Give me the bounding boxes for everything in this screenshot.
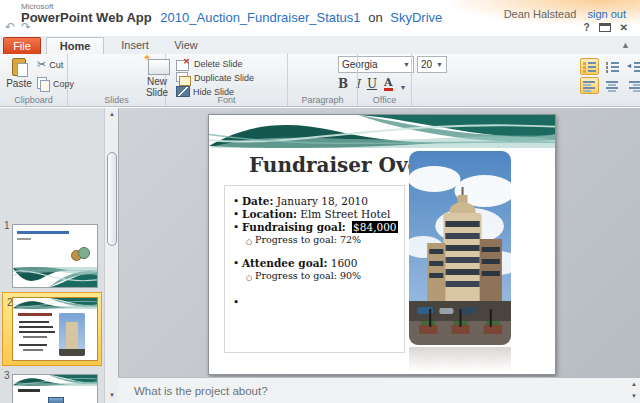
mini-title-bar [18, 313, 52, 316]
cut-button[interactable]: ✂ Cut [37, 59, 63, 70]
tab-view[interactable]: View [164, 37, 208, 54]
slide-thumbnail-3[interactable] [12, 374, 98, 403]
numbering-icon [606, 61, 620, 73]
mini-orgchart-box [48, 397, 64, 403]
collapse-ribbon-icon[interactable]: ▲ [621, 41, 630, 50]
bullet-date-text: January 18, 2010 [277, 195, 368, 207]
font-size-value: 20 [421, 59, 432, 70]
restore-window-icon[interactable] [599, 23, 611, 32]
thumbnail-scrollbar[interactable]: ▲ ▼ [104, 108, 118, 403]
bullets-icon [583, 61, 597, 73]
mini-building-image [59, 313, 85, 356]
tab-home[interactable]: Home [46, 37, 104, 55]
slide-thumbnail-panel: 1 2 3 [0, 108, 104, 403]
align-left-button[interactable] [580, 77, 599, 94]
editor-canvas: Fundraiser Overview Date: January 18, 20… [118, 108, 640, 377]
decrease-indent-button[interactable] [626, 58, 640, 75]
user-name: Dean Halstead [504, 8, 577, 20]
mini-text-bar [23, 349, 43, 351]
building-photo-reflection [409, 347, 511, 373]
font-group: Georgia ▼ 20 ▼ B I U A ▼ Font [166, 54, 288, 106]
mini-text-bar [19, 331, 55, 333]
slides-group-label: Slides [68, 95, 165, 105]
on-label: on [368, 10, 382, 25]
mini-title-bar [18, 389, 40, 392]
tab-insert[interactable]: Insert [110, 37, 160, 54]
thumbnail-number-1: 1 [4, 220, 10, 231]
decrease-indent-icon [628, 61, 640, 73]
paragraph-row-2 [580, 77, 640, 94]
slide-editing-surface[interactable]: Fundraiser Overview Date: January 18, 20… [208, 114, 556, 375]
scrollbar-thumb[interactable] [107, 152, 117, 246]
mini-wave-graphic [13, 298, 97, 309]
font-size-dropdown-icon: ▼ [433, 61, 443, 68]
bullet-fundraising-label: Fundraising goal: [242, 221, 346, 233]
tab-file[interactable]: File [3, 37, 41, 54]
mini-text-bar [19, 326, 53, 328]
slide-wave-graphic [209, 115, 555, 148]
bullet-date: Date: January 18, 2010 [231, 195, 402, 208]
align-left-icon [583, 80, 596, 92]
align-center-button[interactable] [603, 77, 622, 94]
notes-scroll-up-icon[interactable]: ▲ [631, 381, 637, 387]
slide-content-placeholder[interactable]: Date: January 18, 2010 Location: Elm Str… [224, 185, 405, 353]
sign-out-link[interactable]: sign out [587, 8, 626, 20]
scroll-down-icon[interactable]: ▼ [106, 389, 118, 401]
bullet-attendee-text: 1600 [331, 257, 358, 269]
help-icon[interactable]: ? [584, 22, 590, 33]
align-right-button[interactable] [626, 77, 640, 94]
app-title-row: PowerPoint Web App 2010_Auction_Fundrais… [21, 10, 442, 25]
bullet-location: Location: Elm Street Hotel [231, 208, 402, 221]
notes-pane[interactable]: What is the project about? ▲ ▼ [118, 377, 640, 403]
paste-label: Paste [6, 78, 32, 89]
font-size-combo[interactable]: 20 ▼ [417, 56, 447, 73]
font-group-label: Font [166, 95, 287, 105]
cut-label: Cut [49, 60, 63, 70]
notes-scroll-down-icon[interactable]: ▼ [631, 393, 637, 399]
sub-bullet-progress-72: Progress to goal: 72% [231, 234, 402, 246]
document-name-link[interactable]: 2010_Auction_Fundraiser_Status1 [160, 10, 360, 25]
align-right-icon [629, 80, 640, 92]
bullet-location-label: Location: [242, 208, 297, 220]
mini-title-bar [17, 231, 69, 234]
skydrive-link[interactable]: SkyDrive [390, 10, 442, 25]
bullet-attendee-goal: Attendee goal: 1600 [231, 257, 402, 270]
clipboard-group-label: Clipboard [0, 95, 67, 105]
slide-thumbnail-2[interactable] [12, 297, 98, 361]
bullet-date-label: Date: [242, 195, 273, 207]
scroll-up-icon[interactable]: ▲ [106, 108, 118, 120]
mini-text-bar [23, 336, 47, 338]
mini-text-bar [19, 321, 49, 323]
slide-thumbnail-1[interactable] [12, 224, 98, 288]
undo-icon[interactable]: ↶ [5, 21, 15, 33]
building-photo[interactable] [409, 151, 511, 345]
building-photo-graphic [409, 151, 511, 345]
redo-icon[interactable]: ↷ [21, 21, 31, 33]
paste-icon [11, 57, 27, 76]
slides-group: New Slide Delete Slide Duplicate Slide H… [68, 54, 166, 106]
notes-text[interactable]: What is the project about? [134, 385, 268, 397]
selected-thumbnail-highlight: 2 [2, 292, 102, 366]
align-center-icon [606, 80, 619, 92]
mini-wave-graphic [13, 267, 97, 287]
clipboard-group: Paste ✂ Cut Copy Clipboard [0, 54, 68, 106]
office-group-label: Office [358, 95, 411, 105]
powerpoint-web-app-window: Microsoft PowerPoint Web App 2010_Auctio… [0, 0, 640, 403]
paste-button[interactable]: Paste [4, 57, 34, 89]
sub-bullet-progress-90: Progress to goal: 90% [231, 270, 402, 282]
office-group: Open in PowerPoint Office [358, 54, 412, 106]
ribbon: Paste ✂ Cut Copy Clipboard New Slide Del… [0, 54, 640, 107]
mini-coins-image [71, 247, 89, 261]
notes-scrollbar: ▲ ▼ [631, 381, 637, 399]
mini-wave-graphic [13, 375, 97, 386]
bullet-location-text: Elm Street Hotel [300, 208, 390, 220]
building-photo-reflection-graphic [409, 347, 511, 373]
paragraph-row-1 [580, 58, 640, 75]
mini-subtitle-bar [17, 238, 31, 240]
titlebar: Microsoft PowerPoint Web App 2010_Auctio… [0, 0, 640, 36]
bullet-attendee-label: Attendee goal: [242, 257, 327, 269]
close-icon[interactable]: ✕ [620, 22, 628, 33]
quick-access-toolbar: ↶ ↷ [5, 21, 31, 33]
bullets-button[interactable] [580, 58, 599, 75]
numbering-button[interactable] [603, 58, 622, 75]
